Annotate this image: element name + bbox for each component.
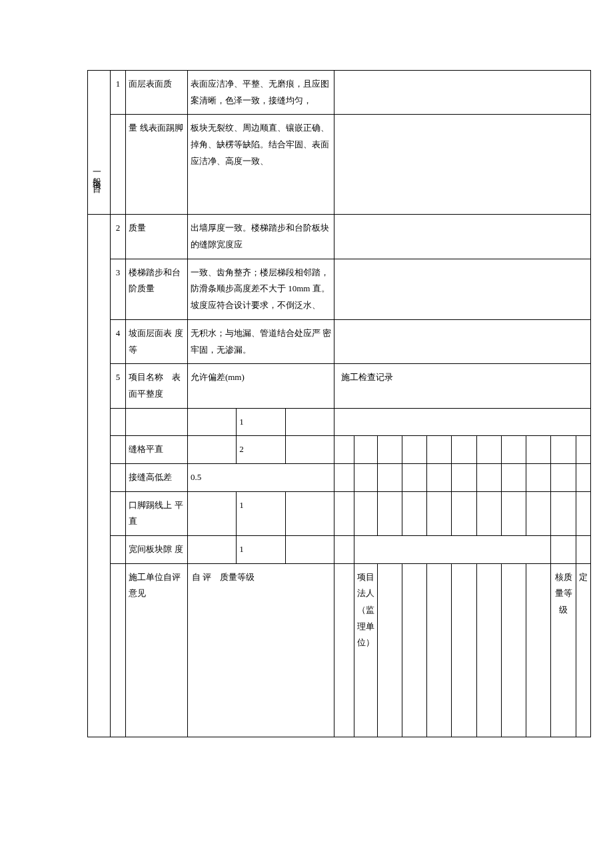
owner-supervisor: 项目法人（监理单位）: [354, 563, 377, 737]
g8: [501, 563, 526, 737]
g5: [427, 436, 452, 464]
g8: [501, 463, 526, 491]
blank-cell: [334, 215, 591, 259]
g8: [501, 491, 526, 535]
section-label-upper: [88, 71, 111, 215]
dev-c3: [285, 491, 334, 535]
g6: [452, 491, 476, 535]
verify-grade-left: 核质量等级: [551, 563, 576, 737]
dev-c2: 1: [237, 491, 286, 535]
g1: [334, 563, 354, 737]
row-4: 4 坡面层面表 度等 无积水；与地漏、管道结合处应严 密牢固，无渗漏。: [88, 319, 591, 363]
g9: [526, 463, 551, 491]
blank-cell: [110, 463, 126, 491]
row-2: 一般项目 2 质量 出墙厚度一致。楼梯踏步和台阶板块的缝隙宽度应: [88, 215, 591, 259]
dev-name: 宽间板块隙 度: [126, 536, 187, 564]
dev-row-1: 缝格平直 2: [88, 436, 591, 464]
dev-c1: [187, 536, 236, 564]
g9: [526, 563, 551, 737]
blank-cell: [334, 259, 591, 319]
g1: [334, 463, 354, 491]
g11: [576, 436, 590, 464]
row-num: 2: [110, 215, 126, 259]
g4: [402, 491, 426, 535]
blank-cell: [334, 319, 591, 363]
g9: [526, 436, 551, 464]
g7: [476, 491, 501, 535]
blank-cell: [334, 408, 591, 436]
g3: [377, 463, 402, 491]
g2: [354, 463, 377, 491]
item-name: 面层表面质: [126, 71, 187, 115]
g3: [377, 436, 402, 464]
g5: [427, 463, 452, 491]
dev-c2: 1: [237, 408, 286, 436]
blank-cell: [110, 408, 126, 436]
row-num: [110, 115, 126, 215]
g2: [354, 491, 377, 535]
dev-c1: [187, 436, 236, 464]
dev-row-0: 1: [88, 408, 591, 436]
dev-full: 0.5: [187, 463, 334, 491]
dev-name: 接缝高低差: [126, 463, 187, 491]
row-num: 3: [110, 259, 126, 319]
g6: [452, 436, 476, 464]
dev-c2: 1: [237, 536, 286, 564]
g11: [576, 491, 590, 535]
item-desc: 一致、齿角整齐；楼层梯段相邻踏，防滑条顺步高度差不大于 10mm 直。坡度应符合…: [187, 259, 334, 319]
g10: [551, 436, 576, 464]
item-name: 量 线表面踢脚: [126, 115, 187, 215]
g10: [551, 463, 576, 491]
g7: [476, 436, 501, 464]
item-desc: 出墙厚度一致。楼梯踏步和台阶板块的缝隙宽度应: [187, 215, 334, 259]
blank-cell: [110, 491, 126, 535]
deviation-header: 允许偏差(mm): [187, 364, 334, 408]
blank-cell: [110, 563, 126, 737]
item-name: 项目名称 表面平整度: [126, 364, 187, 408]
inspection-table: 1 面层表面质 表面应洁净、平整、无磨痕，且应图案清晰，色泽一致，接缝均匀， 量…: [87, 70, 591, 737]
g1: [334, 536, 354, 564]
g4: [402, 463, 426, 491]
dev-c1: [187, 491, 236, 535]
section-label: 一般项目: [88, 215, 111, 737]
verify-grade-right: 定: [576, 563, 590, 737]
row-num: 1: [110, 71, 126, 115]
self-eval-label: 自 评 质量等级: [187, 563, 334, 737]
blank-cell: [110, 536, 126, 564]
item-desc: 板块无裂纹、周边顺直、镶嵌正确、掉角、缺楞等缺陷。结合牢固、表面应洁净、高度一致…: [187, 115, 334, 215]
g7: [476, 463, 501, 491]
g9: [526, 491, 551, 535]
g4: [402, 563, 426, 737]
dev-row-4: 宽间板块隙 度 1: [88, 536, 591, 564]
g10: [551, 536, 576, 564]
blank-cell: [334, 115, 591, 215]
item-name: 质量: [126, 215, 187, 259]
self-eval-name: 施工单位自评意见: [126, 563, 187, 737]
g6: [452, 463, 476, 491]
item-name: 坡面层面表 度等: [126, 319, 187, 363]
dev-name: 缝格平直: [126, 436, 187, 464]
g11: [576, 536, 590, 564]
dev-c3: [285, 436, 334, 464]
dev-row-3: 口脚踢线上 平直 1: [88, 491, 591, 535]
blank-cell: [110, 436, 126, 464]
row-1: 1 面层表面质 表面应洁净、平整、无磨痕，且应图案清晰，色泽一致，接缝均匀，: [88, 71, 591, 115]
g2: [354, 436, 377, 464]
dev-name: [126, 408, 187, 436]
row-num: 4: [110, 319, 126, 363]
bottom-row: 施工单位自评意见 自 评 质量等级 项目法人（监理单位） 核质量等级 定: [88, 563, 591, 737]
item-desc: 无积水；与地漏、管道结合处应严 密牢固，无渗漏。: [187, 319, 334, 363]
g5: [427, 491, 452, 535]
g3: [377, 491, 402, 535]
g1: [334, 436, 354, 464]
g6: [452, 563, 476, 737]
g10: [551, 491, 576, 535]
g-wide: [354, 536, 551, 564]
g7: [476, 563, 501, 737]
g3: [377, 563, 402, 737]
row-5: 5 项目名称 表面平整度 允许偏差(mm) 施工检查记录: [88, 364, 591, 408]
g5: [427, 563, 452, 737]
item-desc: 表面应洁净、平整、无磨痕，且应图案清晰，色泽一致，接缝均匀，: [187, 71, 334, 115]
inspection-record-header: 施工检查记录: [334, 364, 591, 408]
row-3: 3 楼梯踏步和台阶质量 一致、齿角整齐；楼层梯段相邻踏，防滑条顺步高度差不大于 …: [88, 259, 591, 319]
